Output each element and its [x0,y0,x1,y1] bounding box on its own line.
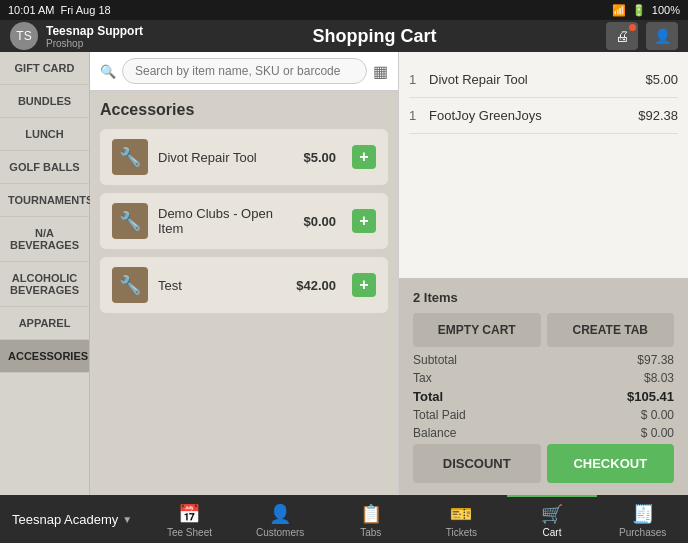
empty-cart-button[interactable]: EMPTY CART [413,313,541,347]
page-title: Shopping Cart [313,26,437,47]
product-price-divot: $5.00 [303,150,336,165]
main-layout: GIFT CARD BUNDLES LUNCH GOLF BALLS TOURN… [0,52,688,495]
sidebar-item-golf-balls[interactable]: GOLF BALLS [0,151,89,184]
add-button-divot[interactable]: + [352,145,376,169]
purchases-icon: 🧾 [632,503,654,525]
product-item-divot[interactable]: 🔧 Divot Repair Tool $5.00 + [100,129,388,185]
customers-icon: 👤 [269,503,291,525]
nav-tickets-label: Tickets [446,527,477,538]
nav-tabs-label: Tabs [360,527,381,538]
sidebar-item-alcoholic[interactable]: ALCOHOLIC BEVERAGES [0,262,89,307]
product-icon-test: 🔧 [112,267,148,303]
cart-item-footjoy[interactable]: 1 FootJoy GreenJoys $92.38 [409,98,678,134]
tax-label: Tax [413,371,432,385]
product-price-test: $42.00 [296,278,336,293]
status-date: Fri Aug 18 [60,4,110,16]
nav-cart[interactable]: 🛒 Cart [507,495,598,543]
balance-value: $ 0.00 [641,426,674,440]
nav-tee-sheet-label: Tee Sheet [167,527,212,538]
nav-purchases-label: Purchases [619,527,666,538]
balance-label: Balance [413,426,456,440]
search-input[interactable] [122,58,367,84]
create-tab-button[interactable]: CREATE TAB [547,313,675,347]
cart-qty-divot: 1 [409,72,429,87]
category-sidebar: GIFT CARD BUNDLES LUNCH GOLF BALLS TOURN… [0,52,90,495]
avatar: TS [10,22,38,50]
sidebar-item-apparel[interactable]: APPAREL [0,307,89,340]
sidebar-item-bundles[interactable]: BUNDLES [0,85,89,118]
sidebar-items: GIFT CARD BUNDLES LUNCH GOLF BALLS TOURN… [0,52,89,373]
discount-checkout-row: DISCOUNT CHECKOUT [413,444,674,483]
customer-button[interactable]: 👤 [646,22,678,50]
tickets-icon: 🎫 [450,503,472,525]
battery-percent: 100% [652,4,680,16]
search-row: 🔍 ▦ [90,52,398,91]
nav-customers[interactable]: 👤 Customers [235,495,326,543]
cart-panel: 1 Divot Repair Tool $5.00 1 FootJoy Gree… [398,52,688,495]
cart-icon: 🛒 [541,503,563,525]
balance-row: Balance $ 0.00 [413,426,674,440]
total-paid-row: Total Paid $ 0.00 [413,408,674,422]
items-count: 2 Items [413,290,674,305]
nav-purchases[interactable]: 🧾 Purchases [597,495,688,543]
subtotal-value: $97.38 [637,353,674,367]
print-button[interactable]: 🖨 [606,22,638,50]
store-name-label: Teesnap Academy [12,512,118,527]
bottom-nav: Teesnap Academy ▼ 📅 Tee Sheet 👤 Customer… [0,495,688,543]
nav-tabs[interactable]: 📋 Tabs [325,495,416,543]
subtotal-label: Subtotal [413,353,457,367]
cart-item-divot[interactable]: 1 Divot Repair Tool $5.00 [409,62,678,98]
product-name-demo: Demo Clubs - Open Item [158,206,293,236]
center-panel: 🔍 ▦ Accessories 🔧 Divot Repair Tool $5.0… [90,52,398,495]
store-name[interactable]: Teesnap Academy ▼ [0,495,144,543]
tax-row: Tax $8.03 [413,371,674,385]
sidebar-item-tournaments[interactable]: TOURNAMENTS [0,184,89,217]
search-magnifier-icon: 🔍 [100,64,116,79]
user-name: Teesnap Support [46,24,143,38]
product-price-demo: $0.00 [303,214,336,229]
chevron-down-icon: ▼ [122,514,132,525]
nav-cart-label: Cart [543,527,562,538]
product-item-test[interactable]: 🔧 Test $42.00 + [100,257,388,313]
total-row: Total $105.41 [413,389,674,404]
cart-action-buttons: EMPTY CART CREATE TAB [413,313,674,347]
product-name-divot: Divot Repair Tool [158,150,293,165]
user-info[interactable]: TS Teesnap Support Proshop [10,22,143,50]
subtotal-row: Subtotal $97.38 [413,353,674,367]
cart-qty-footjoy: 1 [409,108,429,123]
user-role: Proshop [46,38,143,49]
total-label: Total [413,389,443,404]
cart-name-divot: Divot Repair Tool [429,72,645,87]
cart-price-footjoy: $92.38 [638,108,678,123]
total-paid-value: $ 0.00 [641,408,674,422]
product-name-test: Test [158,278,286,293]
nav-tickets[interactable]: 🎫 Tickets [416,495,507,543]
checkout-button[interactable]: CHECKOUT [547,444,675,483]
title-actions: 🖨 👤 [606,22,678,50]
tabs-icon: 📋 [360,503,382,525]
panel-title: Accessories [100,101,388,119]
accessories-panel: Accessories 🔧 Divot Repair Tool $5.00 + … [90,91,398,495]
person-icon: 👤 [654,28,671,44]
status-bar: 10:01 AM Fri Aug 18 📶 🔋 100% [0,0,688,20]
title-bar: TS Teesnap Support Proshop Shopping Cart… [0,20,688,52]
discount-button[interactable]: DISCOUNT [413,444,541,483]
sidebar-item-gift-card[interactable]: GIFT CARD [0,52,89,85]
sidebar-item-accessories[interactable]: ACCESSORIES [0,340,89,373]
cart-summary: 2 Items EMPTY CART CREATE TAB Subtotal $… [399,278,688,495]
product-item-demo[interactable]: 🔧 Demo Clubs - Open Item $0.00 + [100,193,388,249]
sidebar-item-na-beverages[interactable]: N/A BEVERAGES [0,217,89,262]
print-icon: 🖨 [615,28,629,44]
cart-price-divot: $5.00 [645,72,678,87]
nav-tee-sheet[interactable]: 📅 Tee Sheet [144,495,235,543]
cart-items-list: 1 Divot Repair Tool $5.00 1 FootJoy Gree… [399,52,688,278]
total-paid-label: Total Paid [413,408,466,422]
tax-value: $8.03 [644,371,674,385]
nav-customers-label: Customers [256,527,304,538]
cart-name-footjoy: FootJoy GreenJoys [429,108,638,123]
add-button-test[interactable]: + [352,273,376,297]
product-icon-demo: 🔧 [112,203,148,239]
battery-icon: 🔋 [632,4,646,17]
sidebar-item-lunch[interactable]: LUNCH [0,118,89,151]
add-button-demo[interactable]: + [352,209,376,233]
